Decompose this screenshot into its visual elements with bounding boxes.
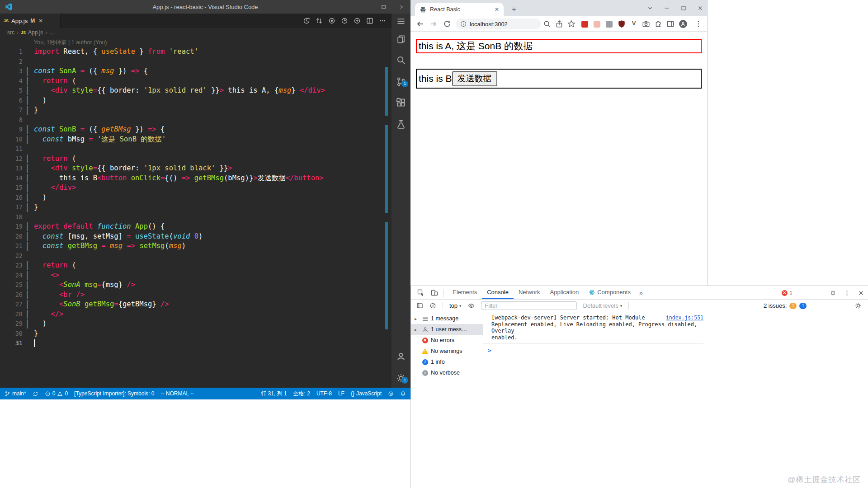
code-line[interactable]: 11	[0, 144, 392, 154]
extension-icon-red[interactable]	[581, 21, 588, 28]
code-line[interactable]: 23 return (	[0, 261, 392, 271]
code-line[interactable]: 24 <>	[0, 271, 392, 281]
editor-tab-appjs[interactable]: JS App.js M ✕	[0, 14, 61, 28]
encoding-setting[interactable]: UTF-8	[316, 390, 332, 397]
device-toolbar-icon[interactable]	[431, 289, 438, 296]
new-tab-button[interactable]: +	[508, 4, 520, 15]
console-source-link[interactable]: index.js:551	[666, 314, 703, 321]
close-icon[interactable]	[392, 0, 410, 14]
eol-setting[interactable]: LF	[338, 390, 344, 397]
expander-triangle-icon[interactable]: ▸	[415, 316, 419, 321]
code-line[interactable]: 16 )	[0, 193, 392, 203]
extensions-puzzle-icon[interactable]	[654, 20, 662, 28]
code-line[interactable]: 14 this is B<button onClick={() => getBM…	[0, 174, 392, 183]
timeline-icon[interactable]	[303, 17, 310, 24]
git-branch-indicator[interactable]: main*	[5, 390, 26, 397]
code-line[interactable]: 5 <div style={{ border: '1px solid red' …	[0, 86, 392, 96]
devtools-close-icon[interactable]	[858, 290, 864, 296]
ts-importer-status[interactable]: [TypeScript Importer]: Symbols: 0	[74, 390, 154, 397]
test-beaker-icon[interactable]	[392, 117, 410, 132]
circle-action-icon-2[interactable]	[341, 17, 348, 24]
profile-avatar[interactable]	[679, 20, 687, 28]
clear-console-icon[interactable]	[429, 302, 436, 309]
send-data-button[interactable]: 发送数据	[452, 71, 497, 86]
console-message[interactable]: [webpack-dev-server] Server started: Hot…	[483, 312, 703, 344]
extensions-icon[interactable]	[392, 95, 410, 110]
minimize-icon[interactable]	[658, 0, 675, 16]
code-line[interactable]: 13 <div style={{ border: '1px solid blac…	[0, 164, 392, 174]
side-panel-icon[interactable]	[666, 20, 675, 28]
minimize-icon[interactable]	[356, 0, 374, 14]
code-line[interactable]: 27 <SonB getBMsg={getBMsg} />	[0, 300, 392, 310]
extension-icon-2[interactable]	[594, 21, 600, 28]
circle-action-icon-3[interactable]	[354, 17, 361, 24]
extension-icon-3[interactable]	[606, 21, 613, 28]
indentation-setting[interactable]: 空格: 2	[293, 390, 310, 398]
code-line[interactable]: 22	[0, 251, 392, 261]
tab-close-icon[interactable]: ✕	[495, 6, 499, 13]
more-actions-icon[interactable]	[379, 17, 386, 24]
search-icon[interactable]	[392, 52, 410, 68]
browser-tab[interactable]: React Basic ✕	[415, 3, 504, 16]
devtools-tab-network[interactable]: Network	[514, 286, 545, 299]
site-info-icon[interactable]	[460, 21, 467, 27]
address-bar[interactable]: localhost:3002	[456, 19, 541, 29]
devtools-tab-console[interactable]: Console	[482, 286, 514, 299]
console-sidebar-item[interactable]: iNo verbose	[411, 367, 483, 378]
bookmark-star-icon[interactable]	[567, 20, 576, 28]
code-line[interactable]: 3const SonA = ({ msg }) => {	[0, 66, 392, 76]
code-line[interactable]: 19export default function App() {	[0, 222, 392, 232]
language-mode[interactable]: {}JavaScript	[351, 390, 382, 397]
console-sidebar-item[interactable]: i1 info	[411, 357, 483, 367]
breadcrumb-more[interactable]: …	[49, 29, 55, 36]
console-settings-gear-icon[interactable]	[855, 302, 862, 309]
code-line[interactable]: 18	[0, 212, 392, 222]
feedback-smiley-icon[interactable]	[388, 391, 394, 397]
console-sidebar-item[interactable]: !No warnings	[411, 346, 483, 357]
tab-search-chevron-icon[interactable]	[642, 0, 658, 16]
problems-indicator[interactable]: 0 0	[45, 390, 68, 397]
console-sidebar-item[interactable]: ▸1 user mess…	[411, 324, 483, 335]
console-sidebar-item[interactable]: ✕No errors	[411, 335, 483, 346]
breadcrumb[interactable]: src › JS App.js › …	[0, 28, 392, 37]
explorer-icon[interactable]	[392, 32, 410, 47]
devtools-tab-elements[interactable]: Elements	[448, 286, 482, 299]
devtools-menu-kebab-icon[interactable]	[844, 290, 850, 296]
browser-menu-kebab-icon[interactable]	[694, 20, 703, 28]
code-line[interactable]: 10 const bMsg = '这是 SonB 的数据'	[0, 135, 392, 145]
devtools-error-counter[interactable]: ✕ 1	[782, 290, 793, 296]
devtools-tab-application[interactable]: Application	[545, 286, 584, 299]
code-line[interactable]: 29 )	[0, 319, 392, 329]
ublock-shield-icon[interactable]	[618, 20, 626, 28]
more-tabs-icon[interactable]: »	[636, 286, 646, 299]
expander-triangle-icon[interactable]: ▸	[415, 327, 419, 332]
tab-close-icon[interactable]: ✕	[38, 18, 43, 24]
sync-button[interactable]	[33, 391, 38, 397]
code-line[interactable]: 6 )	[0, 96, 392, 106]
code-editor[interactable]: You, 1秒钟前 | 1 author (You) 1import React…	[0, 37, 392, 388]
devtools-tab-components[interactable]: Components	[584, 286, 636, 299]
log-levels-selector[interactable]: Default levels ▾	[583, 302, 623, 309]
code-line[interactable]: 7}	[0, 105, 392, 115]
maximize-icon[interactable]	[675, 0, 692, 16]
console-sidebar-toggle-icon[interactable]	[416, 302, 423, 309]
breadcrumb-root[interactable]: src	[7, 29, 14, 36]
notifications-bell-icon[interactable]	[400, 391, 406, 397]
code-line[interactable]: 2	[0, 57, 392, 67]
reload-icon[interactable]	[443, 20, 451, 28]
code-line[interactable]: 9const SonB = ({ getBMsg }) => {	[0, 125, 392, 135]
circle-action-icon-1[interactable]	[328, 17, 335, 24]
code-line[interactable]: 21 const getBMsg = msg => setMsg(msg)	[0, 241, 392, 251]
code-line[interactable]: 17}	[0, 202, 392, 212]
code-line[interactable]: 12 return (	[0, 154, 392, 164]
breadcrumb-file[interactable]: App.js	[28, 29, 43, 36]
console-prompt[interactable]: >	[483, 344, 868, 354]
eye-icon[interactable]	[468, 302, 475, 309]
maximize-icon[interactable]	[374, 0, 392, 14]
console-filter-input[interactable]	[481, 301, 577, 310]
code-line[interactable]: 31	[0, 338, 392, 348]
cursor-position[interactable]: 行 31, 列 1	[261, 390, 287, 398]
vimium-icon[interactable]: V	[630, 20, 638, 28]
code-line[interactable]: 26 <br />	[0, 290, 392, 300]
forward-icon[interactable]	[429, 20, 438, 28]
